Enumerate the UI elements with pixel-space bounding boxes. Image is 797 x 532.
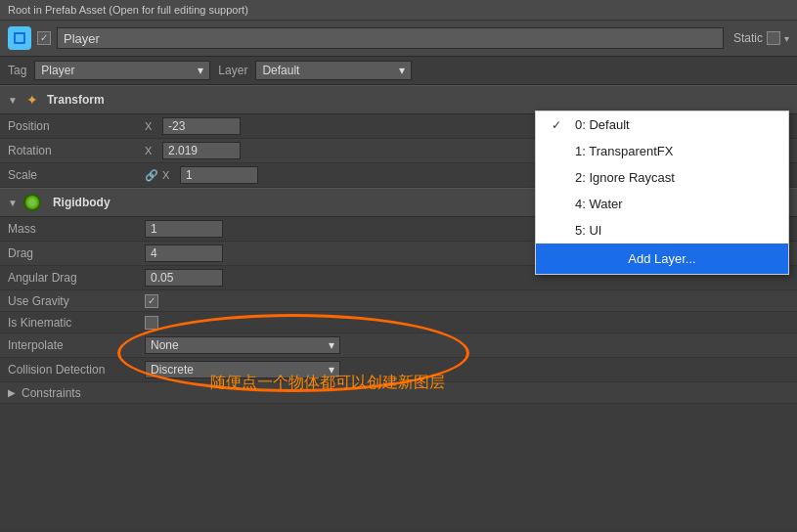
rotation-label: Rotation	[8, 144, 145, 157]
scale-label: Scale	[8, 168, 145, 182]
layer-dropdown[interactable]: Default ▾	[255, 61, 412, 80]
inspector-panel: Static ▾ Tag Player ▾ Layer Default ▾ ▼ …	[0, 21, 797, 529]
layer-item-transparentfx[interactable]: 1: TransparentFX	[536, 138, 788, 164]
layer-value: Default	[262, 64, 299, 77]
is-kinematic-checkbox[interactable]	[145, 316, 158, 330]
angular-drag-label: Angular Drag	[8, 271, 145, 285]
constraints-row: ▶ Constraints	[0, 382, 797, 404]
tag-layer-row: Tag Player ▾ Layer Default ▾	[0, 57, 797, 85]
layer-item-water[interactable]: 4: Water	[536, 191, 788, 217]
rigidbody-arrow: ▼	[8, 198, 18, 208]
tag-dropdown-arrow: ▾	[198, 64, 203, 77]
tag-value: Player	[41, 64, 74, 77]
transform-title: Transform	[47, 93, 105, 107]
add-layer-button[interactable]: Add Layer...	[536, 244, 788, 274]
use-gravity-checkbox[interactable]	[145, 294, 158, 308]
mass-value[interactable]: 1	[145, 220, 223, 238]
mass-label: Mass	[8, 222, 145, 236]
transform-icon: ✦	[23, 91, 41, 109]
drag-label: Drag	[8, 246, 145, 260]
header-row: Static ▾	[0, 21, 797, 57]
scale-x-value[interactable]: 1	[180, 166, 258, 184]
position-x-axis: X	[145, 120, 158, 132]
layer-item-ui[interactable]: 5: UI	[536, 217, 788, 244]
layer-item-default[interactable]: 0: Default	[536, 111, 788, 138]
interpolate-label: Interpolate	[8, 338, 145, 352]
constraints-label: Constraints	[22, 386, 81, 400]
transform-arrow: ▼	[8, 95, 18, 106]
interpolate-row: Interpolate None ▾	[0, 333, 797, 358]
rigidbody-icon	[23, 194, 41, 211]
layer-label: Layer	[218, 64, 247, 77]
static-label: Static	[733, 31, 763, 45]
is-kinematic-label: Is Kinematic	[8, 316, 145, 330]
use-gravity-label: Use Gravity	[8, 294, 145, 308]
static-checkbox[interactable]	[767, 31, 780, 45]
rotation-x-axis: X	[145, 145, 158, 156]
use-gravity-row: Use Gravity	[0, 290, 797, 312]
player-name-input[interactable]	[57, 27, 724, 49]
player-active-checkbox[interactable]	[37, 31, 51, 45]
collision-detection-arrow: ▾	[329, 363, 334, 377]
drag-value[interactable]: 4	[145, 244, 223, 262]
position-label: Position	[8, 119, 145, 133]
position-x-value[interactable]: -23	[162, 117, 241, 135]
layer-dropdown-arrow: ▾	[399, 64, 405, 77]
static-dropdown-arrow[interactable]: ▾	[784, 33, 789, 44]
scale-x-axis: X	[162, 169, 176, 181]
angular-drag-value[interactable]: 0.05	[145, 269, 223, 287]
unity-cube-icon	[8, 26, 31, 50]
collision-detection-row: Collision Detection Discrete ▾	[0, 358, 797, 382]
interpolate-dropdown[interactable]: None ▾	[145, 336, 340, 354]
collision-detection-label: Collision Detection	[8, 363, 145, 377]
top-bar: Root in Prefab Asset (Open for full edit…	[0, 0, 797, 21]
top-bar-text: Root in Prefab Asset (Open for full edit…	[8, 4, 248, 16]
is-kinematic-row: Is Kinematic	[0, 312, 797, 333]
layer-item-ignore-raycast[interactable]: 2: Ignore Raycast	[536, 164, 788, 191]
layer-dropdown-popup: 0: Default 1: TransparentFX 2: Ignore Ra…	[535, 111, 789, 275]
rotation-x-value[interactable]: 2.019	[162, 142, 241, 159]
constraints-arrow[interactable]: ▶	[8, 387, 16, 398]
rigidbody-title: Rigidbody	[53, 196, 111, 209]
collision-detection-dropdown[interactable]: Discrete ▾	[145, 361, 340, 378]
tag-dropdown[interactable]: Player ▾	[34, 61, 210, 80]
tag-label: Tag	[8, 64, 26, 77]
link-icon: 🔗	[145, 169, 158, 182]
svg-rect-1	[16, 34, 23, 42]
interpolate-arrow: ▾	[329, 338, 334, 352]
